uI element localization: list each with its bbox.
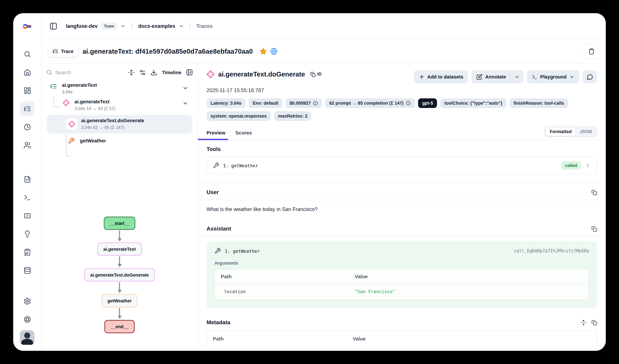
info-icon[interactable]: [313, 101, 318, 106]
tool-definition-row[interactable]: 1. getWeather called: [207, 157, 597, 174]
tree-row-trace[interactable]: ai.generateText 3.04s: [46, 82, 193, 94]
annotate-button[interactable]: Annotate: [472, 74, 510, 80]
bookmark-star-icon[interactable]: [259, 48, 267, 55]
tree-row-label: getWeather: [80, 138, 193, 143]
info-icon[interactable]: [406, 101, 411, 106]
chevron-right-icon[interactable]: [585, 162, 591, 168]
tree-row-meta: 3.04s 14 → 43 (Σ 57): [75, 106, 193, 111]
observation-title: ai.generateText.doGenerate: [218, 70, 305, 78]
arguments-table: Path Value location "San Francisco": [214, 269, 589, 300]
span-fan-icon: [63, 99, 70, 111]
add-to-datasets-button[interactable]: Add to datasets: [414, 70, 468, 83]
chevron-down-icon: [569, 74, 574, 79]
public-globe-icon[interactable]: [270, 48, 277, 55]
trace-tree-icon: [50, 83, 58, 94]
comments-button[interactable]: [583, 70, 597, 83]
download-icon[interactable]: [151, 69, 157, 76]
sidebar-item-annotation[interactable]: [20, 245, 34, 259]
breadcrumb-project[interactable]: langfuse-dev: [66, 23, 98, 29]
format-option-formatted[interactable]: Formatted: [546, 128, 576, 136]
wrench-icon: [68, 137, 76, 144]
sidebar-item-home[interactable]: [20, 65, 34, 80]
lifebuoy-icon: [23, 315, 31, 323]
graph-node-dogenerate[interactable]: ai.generateText.doGenerate: [84, 268, 155, 282]
section-divider: [198, 200, 606, 200]
langfuse-logo[interactable]: [13, 13, 41, 40]
cost-badge: $0.000927: [286, 98, 322, 108]
chevron-down-icon[interactable]: [182, 100, 188, 106]
tree-row-meta: 3.04s: [62, 89, 193, 94]
sidebar-toggle-button[interactable]: [49, 22, 57, 30]
sidebar-item-scores[interactable]: [20, 208, 34, 223]
user-avatar[interactable]: [20, 330, 34, 345]
chevron-down-icon[interactable]: [120, 24, 126, 29]
pen-square-icon: [477, 74, 483, 80]
sidebar-item-sessions[interactable]: [20, 120, 34, 134]
graph-node-end[interactable]: __end__: [105, 320, 134, 333]
delete-trace-button[interactable]: [584, 44, 599, 59]
breadcrumb-separator: /: [131, 22, 133, 30]
sidebar-item-playground[interactable]: [20, 190, 34, 205]
id-label: ID: [317, 72, 322, 77]
view-settings-icon[interactable]: [140, 69, 146, 76]
sidebar-item-search[interactable]: [20, 47, 34, 61]
playground-button[interactable]: Playground: [527, 70, 579, 83]
tab-preview[interactable]: Preview: [207, 128, 225, 140]
model-badge[interactable]: gpt-5: [418, 98, 437, 108]
percent-card-icon: [23, 212, 31, 219]
chevron-down-icon[interactable]: [182, 85, 188, 91]
search-icon: [23, 50, 31, 58]
tool-name: 1. getWeather: [223, 163, 258, 168]
tree-row-span[interactable]: ai.generateText 3.04s 14 → 43 (Σ 57): [46, 99, 193, 111]
trace-header: Trace ai.generateText: df41e597d0a85e0d7…: [42, 40, 606, 64]
sidebar-item-settings[interactable]: [20, 294, 34, 308]
format-option-json[interactable]: JSON: [576, 128, 596, 136]
sidebar-item-tracing[interactable]: [20, 101, 34, 116]
copy-icon[interactable]: [591, 189, 597, 195]
copy-icon[interactable]: [591, 320, 597, 325]
breadcrumb-page[interactable]: Traces: [196, 23, 212, 29]
sidebar-item-insights[interactable]: [20, 227, 34, 241]
collapse-all-icon[interactable]: [128, 69, 135, 76]
observation-timestamp: 2025-11-17 15:55:18.787: [207, 87, 597, 94]
graph-node-generatetext[interactable]: ai.generateText: [97, 243, 142, 256]
search-icon: [46, 69, 52, 76]
tab-scores[interactable]: Scores: [235, 128, 252, 140]
trace-tree: ai.generateText 3.04s ai.generateText 3.…: [46, 82, 193, 144]
collapse-panel-icon[interactable]: [186, 69, 193, 76]
tree-row-generation-selected[interactable]: ai.generateText.doGenerate 3.04s 62 → 85…: [47, 115, 192, 134]
clipboard-pen-icon: [23, 248, 31, 256]
table-header-value: Value: [353, 336, 591, 341]
lightbulb-icon: [23, 230, 31, 238]
tree-search[interactable]: [46, 69, 124, 76]
search-input[interactable]: [55, 69, 92, 75]
trace-type-label: Trace: [61, 49, 74, 54]
file-code-icon: [23, 175, 31, 183]
copy-id-button[interactable]: ID: [310, 71, 322, 77]
graph-node-getweather[interactable]: getWeather: [101, 294, 138, 307]
breadcrumb-environment[interactable]: docs-examples: [138, 23, 175, 29]
copy-icon[interactable]: [591, 226, 597, 232]
metadata-table: Path Value: [207, 331, 597, 346]
sidebar-item-users[interactable]: [20, 138, 34, 152]
annotate-dropdown-button[interactable]: [511, 74, 523, 79]
sidebar-item-prompts[interactable]: [20, 172, 34, 187]
tree-row-tool[interactable]: getWeather: [46, 137, 193, 144]
tree-row-label: ai.generateText.doGenerate: [81, 118, 189, 123]
graph-node-start[interactable]: __start__: [104, 217, 135, 230]
clock-icon: [23, 123, 31, 131]
user-heading: User: [207, 189, 219, 195]
project-plan-badge: Team: [101, 23, 117, 30]
table-header-path: Path: [213, 336, 353, 341]
expand-rows-icon[interactable]: [580, 320, 587, 325]
sidebar-item-datasets[interactable]: [20, 263, 34, 278]
tree-row-label: ai.generateText: [75, 99, 193, 104]
chevron-down-icon[interactable]: [179, 24, 184, 29]
user-message: What is the weather like today in San Fr…: [207, 206, 597, 212]
format-toggle: Formatted JSON: [544, 126, 597, 137]
timeline-toggle[interactable]: Timeline: [162, 70, 181, 75]
gear-icon: [23, 297, 31, 305]
terminal-icon: [23, 194, 31, 201]
sidebar-item-dashboards[interactable]: [20, 83, 34, 98]
sidebar-item-support[interactable]: [20, 312, 34, 327]
